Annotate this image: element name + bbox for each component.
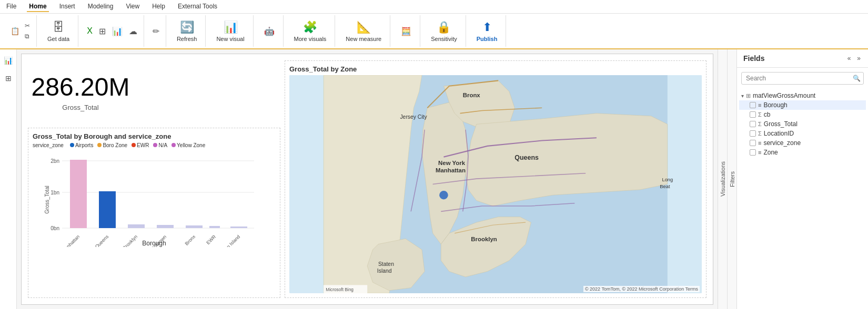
visualizations-panel[interactable]: Visualizations <box>718 49 727 309</box>
dataset-icon: 📊 <box>112 26 123 36</box>
legend-ewr: EWR <box>132 142 149 148</box>
copy-icon: ⧉ <box>25 33 29 40</box>
refresh-button[interactable]: 🔄 Refresh <box>173 17 201 45</box>
menu-insert[interactable]: Insert <box>57 2 77 12</box>
menu-view[interactable]: View <box>124 2 142 12</box>
group-name: matViewGrossAmount <box>753 92 815 99</box>
menu-help[interactable]: Help <box>150 2 167 12</box>
excel-icon: X <box>87 26 93 36</box>
new-measure-button[interactable]: 📐 New measure <box>341 17 386 45</box>
ai-icon: 🤖 <box>264 26 275 36</box>
dataflow-button[interactable]: ⊞ <box>97 25 108 37</box>
refresh-icon: 🔄 <box>180 20 194 34</box>
map-svg: New York Manhattan Bronx Queens Brooklyn… <box>289 75 702 293</box>
field-service-zone[interactable]: ≡ service_zone <box>739 138 866 148</box>
cut-button[interactable]: ✂ <box>23 21 32 30</box>
field-locationid[interactable]: Σ LocationID <box>739 129 866 138</box>
field-group-header[interactable]: ▾ ⊞ matViewGrossAmount <box>739 91 866 100</box>
refresh-label: Refresh <box>177 36 197 42</box>
excel-button[interactable]: X <box>85 25 95 37</box>
report-view-icon[interactable]: 📊 <box>2 54 15 67</box>
kpi-label: Gross_Total <box>62 104 98 111</box>
borough-field-icon: ≡ <box>758 102 761 108</box>
fields-title: Fields <box>743 54 764 63</box>
menu-modeling[interactable]: Modeling <box>86 2 116 12</box>
menu-external-tools[interactable]: External Tools <box>176 2 219 12</box>
collapse-right-button[interactable]: » <box>856 54 862 63</box>
bar-manhattan[interactable] <box>70 160 87 228</box>
field-group-matview: ▾ ⊞ matViewGrossAmount ≡ Borough Σ c <box>739 91 866 157</box>
map-container[interactable]: New York Manhattan Bronx Queens Brooklyn… <box>289 75 702 293</box>
sensitivity-button[interactable]: 🔒 Sensitivity <box>427 17 461 45</box>
visualizations-label[interactable]: Visualizations <box>720 161 726 197</box>
bar-ewr[interactable] <box>209 226 220 228</box>
dataset-button[interactable]: 📊 <box>110 25 125 37</box>
left-bar: 📊 ⊞ <box>0 49 17 309</box>
calc-button[interactable]: 🧮 <box>397 23 416 39</box>
gross-total-checkbox[interactable] <box>750 121 756 127</box>
cut-icon: ✂ <box>25 22 30 29</box>
publish-group: ⬆ Publish <box>468 15 507 47</box>
zone-label: Zone <box>763 149 778 156</box>
legend-boro: Boro Zone <box>97 142 127 148</box>
fields-panel: Fields « » 🔍 ▾ ⊞ matViewGrossAmount <box>736 49 868 309</box>
service-zone-label: service_zone <box>763 139 801 147</box>
publish-button[interactable]: ⬆ Publish <box>472 17 502 45</box>
field-zone[interactable]: ≡ Zone <box>739 148 866 157</box>
cb-label: cb <box>764 111 771 118</box>
refresh-group: 🔄 Refresh <box>168 15 206 47</box>
filters-label[interactable]: Filters <box>729 171 735 187</box>
svg-text:New York: New York <box>438 160 466 166</box>
clipboard-btns: 📋 ✂ ⧉ <box>8 21 32 41</box>
map-dot-manhattan <box>439 191 448 200</box>
collapse-left-button[interactable]: « <box>846 54 852 63</box>
new-visual-group: 📊 New visual <box>208 15 253 47</box>
bar-bronx[interactable] <box>186 225 203 228</box>
field-cb[interactable]: Σ cb <box>739 110 866 119</box>
ai-visual-button[interactable]: 🤖 <box>260 23 279 39</box>
more-visuals-button[interactable]: 🧩 More visuals <box>290 17 331 45</box>
menu-file[interactable]: File <box>4 2 18 12</box>
borough-checkbox[interactable] <box>750 102 756 108</box>
svg-text:Island: Island <box>377 268 392 274</box>
format-group: ✏ <box>146 15 166 47</box>
bar-queens[interactable] <box>99 191 116 228</box>
service-zone-checkbox[interactable] <box>750 140 756 146</box>
filters-panel[interactable]: Filters <box>727 49 736 309</box>
bar-unknown[interactable] <box>157 225 174 228</box>
locationid-label: LocationID <box>764 130 794 137</box>
bar-chart-container: Gross_Total by Borough and service_zone … <box>28 128 280 298</box>
gross-total-icon: Σ <box>758 121 762 127</box>
new-visual-button[interactable]: 📊 New visual <box>212 17 248 45</box>
zone-checkbox[interactable] <box>750 149 756 156</box>
data-view-icon[interactable]: ⊞ <box>2 71 15 85</box>
legend-na: N/A <box>153 142 167 148</box>
zone-icon: ≡ <box>758 149 761 156</box>
main-area: 📊 ⊞ 286.20M Gross_Total Gross_Total by B… <box>0 49 868 309</box>
locationid-icon: Σ <box>758 130 762 137</box>
bar-brooklyn[interactable] <box>128 224 145 228</box>
ai-group: 🤖 <box>256 15 284 47</box>
fields-tree: ▾ ⊞ matViewGrossAmount ≡ Borough Σ c <box>737 89 868 309</box>
paste-button[interactable]: 📋 <box>8 21 22 41</box>
bar-statenisland[interactable] <box>230 226 247 228</box>
hub-button[interactable]: ☁ <box>127 25 139 37</box>
new-visual-label: New visual <box>216 36 244 42</box>
more-visuals-icon: 🧩 <box>303 20 317 34</box>
left-column: 286.20M Gross_Total Gross_Total by Borou… <box>28 60 280 298</box>
copy-button[interactable]: ⧉ <box>23 32 32 41</box>
paste-icon: 📋 <box>11 27 19 35</box>
field-borough[interactable]: ≡ Borough <box>739 100 866 110</box>
calc-group: 🧮 <box>392 15 420 47</box>
calc-icon: 🧮 <box>401 26 411 36</box>
field-gross-total[interactable]: Σ Gross_Total <box>739 119 866 129</box>
fields-search-input[interactable] <box>741 72 864 85</box>
format-button[interactable]: ✏ <box>150 25 162 37</box>
data-group: 🗄 Get data <box>39 15 78 47</box>
svg-text:Staten: Staten <box>378 261 394 267</box>
locationid-checkbox[interactable] <box>750 130 756 137</box>
title-bar: File Home Insert Modeling View Help Exte… <box>0 0 868 14</box>
cb-checkbox[interactable] <box>750 111 756 118</box>
get-data-button[interactable]: 🗄 Get data <box>43 17 74 45</box>
menu-home[interactable]: Home <box>27 2 48 12</box>
